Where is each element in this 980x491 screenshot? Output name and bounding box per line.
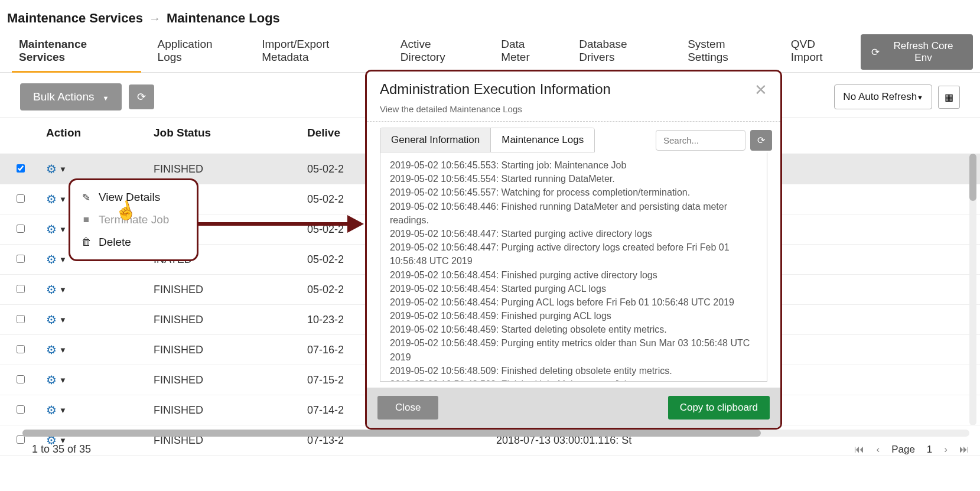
row-checkbox[interactable] [17, 285, 25, 293]
chevron-down-icon: ▼ [59, 165, 67, 174]
breadcrumb: Maintenance Services → Maintenance Logs [0, 0, 980, 32]
modal-close-button[interactable]: ✕ [754, 81, 767, 99]
row-status: FINISHED [148, 275, 301, 305]
menu-view-details[interactable]: ✎ View Details [70, 186, 197, 209]
log-line: 2019-05-02 10:56:48.459: Started deletin… [390, 323, 757, 336]
modal-refresh-button[interactable] [750, 130, 772, 151]
log-line: 2019-05-02 10:56:48.454: Started purging… [390, 282, 757, 295]
log-line: 2019-05-02 10:56:48.459: Finished purgin… [390, 309, 757, 323]
copy-to-clipboard-button[interactable]: Copy to clipboard [668, 396, 770, 420]
modal-tab-logs[interactable]: Maintenance Logs [491, 128, 594, 152]
log-line: 2019-05-02 10:56:48.509: Finished job: M… [390, 378, 757, 382]
row-action-menu[interactable]: ⚙ ▼ [46, 192, 67, 206]
bulk-actions-button[interactable]: Bulk Actions [20, 83, 122, 110]
tab-data-meter[interactable]: Data Meter [489, 32, 567, 72]
row-checkbox[interactable] [17, 164, 25, 173]
log-line: 2019-05-02 10:56:48.447: Purging active … [390, 240, 757, 268]
auto-refresh-label: No Auto Refresh [843, 91, 917, 103]
row-range-label: 1 to 35 of 35 [32, 443, 91, 456]
menu-view-details-label: View Details [99, 191, 160, 204]
refresh-icon [871, 46, 880, 58]
bulk-actions-label: Bulk Actions [33, 90, 95, 103]
tab-application-logs[interactable]: Application Logs [146, 32, 250, 72]
chevron-down-icon: ▼ [59, 255, 67, 264]
header-action[interactable]: Action [41, 118, 148, 154]
refresh-core-label: Refresh Core Env [884, 40, 962, 64]
menu-terminate-label: Terminate Job [99, 213, 169, 226]
auto-refresh-select[interactable]: No Auto Refresh [834, 84, 932, 109]
breadcrumb-current: Maintenance Logs [167, 11, 280, 26]
vertical-scrollbar[interactable] [969, 154, 976, 425]
log-line: 2019-05-02 10:56:48.454: Purging ACL log… [390, 295, 757, 309]
tab-import-export-metadata[interactable]: Import/Export Metadata [250, 32, 389, 72]
chevron-down-icon: ▼ [59, 346, 67, 355]
admin-exec-info-modal: Administration Execution Information ✕ V… [365, 70, 782, 430]
row-checkbox[interactable] [17, 375, 25, 383]
row-checkbox[interactable] [17, 194, 25, 203]
main-tabs: Maintenance ServicesApplication LogsImpo… [0, 32, 980, 73]
chevron-down-icon [103, 90, 109, 103]
header-status[interactable]: Job Status [148, 118, 301, 154]
row-action-menu[interactable]: ⚙ ▼ [46, 343, 67, 357]
header-checkbox [0, 118, 41, 154]
pager-first-icon[interactable]: ⏮ [854, 444, 864, 456]
chevron-down-icon [917, 91, 923, 103]
tab-database-drivers[interactable]: Database Drivers [567, 32, 676, 72]
log-line: 2019-05-02 10:56:45.557: Watching for pr… [390, 186, 757, 199]
pager-next-icon[interactable]: › [944, 444, 948, 456]
pager: ⏮ ‹ Page 1 › ⏭ [854, 444, 969, 456]
tab-maintenance-services[interactable]: Maintenance Services [7, 32, 146, 72]
chevron-down-icon: ▼ [59, 195, 67, 204]
modal-log-body: 2019-05-02 10:56:45.553: Starting job: M… [380, 152, 767, 382]
log-line: 2019-05-02 10:56:45.554: Started running… [390, 172, 757, 186]
log-line: 2019-05-02 10:56:48.509: Finished deleti… [390, 364, 757, 378]
row-action-menu[interactable]: ⚙ ▼ [46, 313, 67, 327]
row-action-menu[interactable]: ⚙ ▼ [46, 162, 67, 176]
chevron-down-icon: ▼ [59, 285, 67, 294]
stop-icon: ■ [81, 214, 92, 226]
row-action-menu[interactable]: ⚙ ▼ [46, 252, 67, 266]
menu-delete-label: Delete [99, 236, 131, 249]
row-checkbox[interactable] [17, 315, 25, 323]
refresh-core-env-button[interactable]: Refresh Core Env [861, 34, 973, 70]
pager-page-num: 1 [927, 444, 932, 456]
row-status: FINISHED [148, 395, 301, 425]
menu-terminate-job: ■ Terminate Job [70, 209, 197, 231]
tab-qvd-import[interactable]: QVD Import [779, 32, 861, 72]
columns-picker-button[interactable]: ▦ [938, 86, 960, 109]
row-action-menu[interactable]: ⚙ ▼ [46, 222, 67, 236]
table-footer: 1 to 35 of 35 ⏮ ‹ Page 1 › ⏭ [32, 443, 969, 456]
close-button[interactable]: Close [377, 396, 438, 420]
breadcrumb-arrow-icon: → [149, 12, 161, 25]
row-checkbox[interactable] [17, 225, 25, 233]
row-action-menu[interactable]: ⚙ ▼ [46, 282, 67, 297]
modal-tab-general[interactable]: General Information [380, 128, 491, 152]
pager-prev-icon[interactable]: ‹ [876, 444, 880, 456]
modal-tabs: General Information Maintenance Logs [380, 128, 595, 152]
tab-active-directory[interactable]: Active Directory [389, 32, 489, 72]
row-checkbox[interactable] [17, 405, 25, 414]
menu-delete[interactable]: 🗑 Delete [70, 231, 197, 253]
modal-subtitle: View the detailed Maintenance Logs [367, 104, 780, 122]
row-action-menu[interactable]: ⚙ ▼ [46, 373, 67, 387]
modal-title: Administration Execution Information [380, 81, 611, 97]
chevron-down-icon: ▼ [59, 225, 67, 234]
row-status: FINISHED [148, 365, 301, 395]
pager-page-label: Page [891, 444, 915, 456]
tab-system-settings[interactable]: System Settings [676, 32, 779, 72]
row-action-menu[interactable]: ⚙ ▼ [46, 403, 67, 417]
row-status: FINISHED [148, 335, 301, 365]
horizontal-scrollbar[interactable] [22, 430, 969, 437]
modal-search-input[interactable] [656, 130, 745, 151]
log-line: 2019-05-02 10:56:48.454: Finished purgin… [390, 268, 757, 282]
refresh-table-button[interactable] [129, 84, 154, 109]
row-checkbox[interactable] [17, 345, 25, 353]
log-line: 2019-05-02 10:56:48.446: Finished runnin… [390, 200, 757, 227]
chevron-down-icon: ▼ [59, 316, 67, 324]
row-checkbox[interactable] [17, 435, 25, 444]
pager-last-icon[interactable]: ⏭ [959, 444, 969, 456]
row-checkbox[interactable] [17, 255, 25, 263]
action-context-menu: ✎ View Details ■ Terminate Job 🗑 Delete [69, 178, 198, 261]
breadcrumb-parent[interactable]: Maintenance Services [7, 11, 143, 26]
chevron-down-icon: ▼ [59, 376, 67, 385]
